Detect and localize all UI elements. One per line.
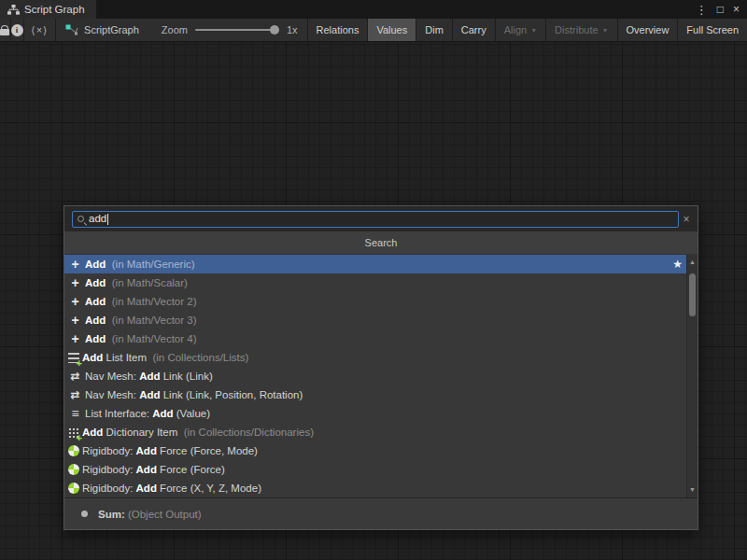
- fuzzy-finder-popup: add × Search Add (in Math/Generic)★Add (…: [63, 205, 698, 530]
- result-row[interactable]: Rigidbody: Add Force (X, Y, Z, Mode): [64, 479, 686, 497]
- graph-hierarchy-icon: [7, 5, 20, 15]
- zoom-slider[interactable]: [195, 29, 279, 31]
- toolbar-button-values[interactable]: Values: [367, 19, 416, 41]
- result-text: (Value): [174, 408, 210, 419]
- scroll-up-icon[interactable]: ▲: [687, 257, 698, 268]
- zoom-control: Zoom 1x: [152, 19, 307, 41]
- result-text: Force (Force, Mode): [157, 445, 258, 456]
- result-text: Add: [85, 259, 106, 270]
- toolbar-button-overview[interactable]: Overview: [617, 19, 678, 41]
- chevron-down-icon: ▼: [602, 27, 609, 34]
- toolbar-button-label: Relations: [317, 24, 359, 35]
- menu-dots-icon[interactable]: ⋮: [696, 4, 708, 16]
- result-text: (in Collections/Lists): [147, 352, 248, 363]
- result-text: Rigidbody:: [82, 445, 136, 456]
- favorite-star-icon[interactable]: ★: [672, 259, 683, 270]
- toolbar-button-label: Values: [376, 24, 407, 35]
- toolbar-button-full-screen[interactable]: Full Screen: [677, 19, 747, 41]
- result-row[interactable]: Add (in Math/Vector 3): [64, 311, 686, 329]
- result-row[interactable]: Add (in Math/Generic)★: [64, 255, 686, 273]
- search-icon: [77, 215, 86, 224]
- result-text: Dictionary Item: [103, 427, 177, 438]
- maximize-icon[interactable]: □: [717, 4, 724, 15]
- footer-detail: (Object Output): [128, 509, 202, 520]
- toolbar-button-label: Distribute: [555, 24, 598, 35]
- lock-button[interactable]: [0, 19, 11, 41]
- rigidbody-icon: [68, 445, 79, 456]
- result-text: Force (Force): [157, 464, 225, 475]
- result-text: Add: [82, 427, 103, 438]
- result-row[interactable]: Add List Item (in Collections/Lists): [64, 348, 686, 367]
- result-text: Nav Mesh:: [85, 389, 139, 400]
- plus-icon: [68, 259, 82, 270]
- result-text: Nav Mesh:: [85, 371, 139, 382]
- text-caret: [107, 214, 108, 225]
- toolbar-button-relations[interactable]: Relations: [307, 19, 368, 41]
- result-text: Add: [136, 483, 157, 494]
- result-text: Add: [136, 464, 157, 475]
- graph-name-label: ScriptGraph: [84, 24, 139, 35]
- result-text: (in Collections/Dictionaries): [177, 427, 314, 438]
- toolbar-button-dim[interactable]: Dim: [416, 19, 452, 41]
- result-text: Add: [85, 333, 106, 344]
- result-text: Link (Link, Position, Rotation): [161, 389, 303, 400]
- lock-icon: [0, 29, 9, 35]
- tab-title: Script Graph: [24, 4, 85, 15]
- result-text: (in Math/Vector 4): [106, 333, 196, 344]
- result-row[interactable]: Rigidbody: Add Force (Force, Mode): [64, 441, 686, 460]
- result-text: List Interface:: [85, 408, 152, 419]
- chevron-down-icon: ▼: [530, 27, 537, 34]
- result-row[interactable]: Add (in Math/Vector 2): [64, 292, 686, 311]
- plus-icon: [68, 315, 82, 326]
- result-text: List Item: [103, 352, 147, 363]
- zoom-value: 1x: [287, 24, 298, 35]
- result-row[interactable]: Add (in Math/Scalar): [64, 273, 686, 292]
- scrollbar-thumb[interactable]: [689, 273, 696, 316]
- result-row[interactable]: Nav Mesh: Add Link (Link, Position, Rota…: [64, 385, 686, 404]
- toolbar-button-label: Dim: [425, 24, 444, 35]
- script-graph-icon: [65, 24, 78, 35]
- toolbar-button-carry[interactable]: Carry: [452, 19, 495, 41]
- scroll-down-icon[interactable]: ▼: [687, 484, 698, 496]
- nav-mesh-icon: [68, 389, 82, 400]
- result-text: (in Math/Scalar): [106, 277, 188, 288]
- nav-mesh-icon: [68, 371, 82, 382]
- result-row[interactable]: Add (in Math/Vector 4): [64, 329, 686, 348]
- rigidbody-icon: [68, 464, 79, 475]
- result-row[interactable]: Add Dictionary Item (in Collections/Dict…: [64, 423, 686, 441]
- window-tab-bar: Script Graph ⋮ □ ×: [0, 0, 747, 19]
- graph-toolbar: i ⟨×⟩ ScriptGraph Zoom 1x RelationsValue…: [0, 19, 747, 42]
- result-text: Add: [152, 408, 173, 419]
- results-scrollbar[interactable]: ▲ ▼: [686, 255, 698, 497]
- window-controls: ⋮ □ ×: [696, 0, 747, 19]
- zoom-slider-handle[interactable]: [270, 25, 279, 35]
- edit-source-button[interactable]: ⟨×⟩: [24, 19, 56, 41]
- object-output-dot-icon: [81, 511, 88, 517]
- result-row[interactable]: Nav Mesh: Add Link (Link): [64, 367, 686, 385]
- zoom-label: Zoom: [162, 24, 188, 35]
- result-text: (in Math/Vector 3): [106, 315, 196, 326]
- tab-script-graph[interactable]: Script Graph: [0, 0, 96, 19]
- plus-icon: [68, 333, 82, 344]
- rigidbody-icon: [68, 483, 79, 494]
- graph-breadcrumb[interactable]: ScriptGraph: [56, 19, 152, 41]
- info-button[interactable]: i: [11, 19, 24, 41]
- result-row[interactable]: Rigidbody: Add Force (Force): [64, 460, 686, 479]
- clear-search-button[interactable]: ×: [679, 213, 694, 226]
- result-text: (in Math/Vector 2): [106, 296, 196, 307]
- toolbar-button-label: Full Screen: [686, 24, 739, 35]
- results-area: Add (in Math/Generic)★Add (in Math/Scala…: [64, 255, 698, 497]
- toolbar-button-distribute: Distribute▼: [545, 19, 616, 41]
- toolbar-button-align: Align▼: [495, 19, 545, 41]
- result-text: Force (X, Y, Z, Mode): [157, 483, 261, 494]
- code-icon: ⟨×⟩: [31, 24, 48, 36]
- result-text: Add: [82, 352, 103, 363]
- add-list-item-icon: [68, 353, 79, 363]
- search-input[interactable]: add: [72, 211, 679, 228]
- result-row[interactable]: List Interface: Add (Value): [64, 404, 686, 423]
- result-text: Add: [85, 315, 106, 326]
- close-icon[interactable]: ×: [733, 4, 740, 15]
- info-icon: i: [11, 24, 23, 36]
- footer-label: Sum:: [98, 509, 125, 520]
- plus-icon: [68, 296, 82, 307]
